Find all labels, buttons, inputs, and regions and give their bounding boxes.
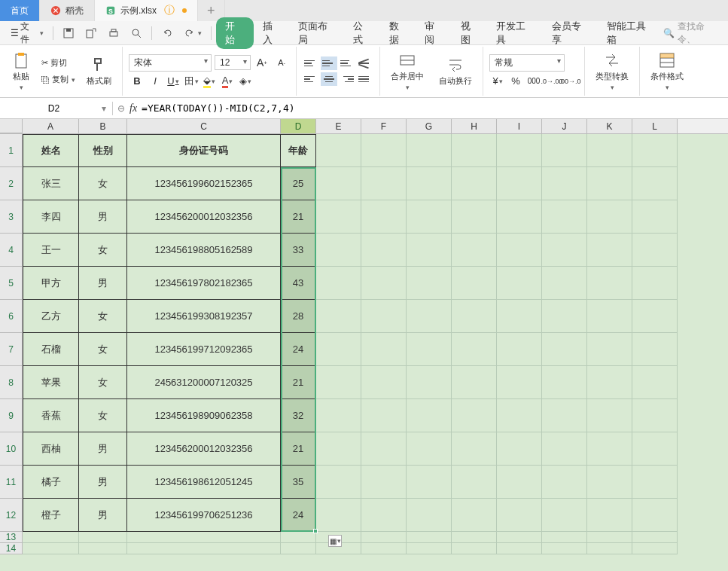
cell-L7[interactable] — [632, 333, 678, 366]
cell-I14[interactable] — [497, 543, 542, 554]
cell-J4[interactable] — [542, 234, 587, 267]
cell-B3[interactable]: 男 — [79, 200, 127, 234]
cell-A10[interactable]: 西柚 — [23, 432, 79, 466]
cell-G3[interactable] — [407, 200, 452, 234]
cell-K4[interactable] — [587, 234, 632, 267]
cell-G7[interactable] — [407, 333, 452, 366]
cell-J14[interactable] — [542, 543, 587, 554]
cell-K5[interactable] — [587, 267, 632, 300]
cell-H6[interactable] — [452, 300, 497, 333]
cell-C9[interactable]: 123456198909062358 — [127, 399, 281, 432]
decrease-font-button[interactable]: A- — [273, 55, 290, 70]
cell-H4[interactable] — [452, 234, 497, 267]
col-header-L[interactable]: L — [632, 119, 678, 133]
cell-E4[interactable] — [316, 234, 361, 267]
cond-format-button[interactable]: 条件格式▾ — [646, 50, 688, 93]
cell-J12[interactable] — [542, 499, 587, 532]
cell-F4[interactable] — [361, 234, 407, 267]
comma-button[interactable]: 000 — [525, 74, 542, 89]
cell-D9[interactable]: 32 — [281, 399, 316, 432]
cell-G10[interactable] — [407, 432, 452, 466]
cell-D13[interactable] — [281, 532, 316, 543]
cell-A12[interactable]: 橙子 — [23, 499, 79, 532]
cell-I10[interactable] — [497, 432, 542, 466]
number-format-select[interactable]: 常规 — [489, 54, 565, 72]
menu-devtools[interactable]: 开发工具 — [489, 17, 542, 50]
align-right-button[interactable] — [339, 72, 355, 86]
cell-D7[interactable]: 24 — [281, 333, 316, 366]
cell-F3[interactable] — [361, 200, 407, 234]
col-header-A[interactable]: A — [23, 119, 79, 133]
qat-print[interactable] — [103, 24, 124, 42]
cell-I2[interactable] — [497, 167, 542, 200]
qat-undo[interactable] — [157, 24, 178, 42]
fill-color-button[interactable]: ⬙▾ — [201, 74, 218, 89]
row-header-12[interactable]: 12 — [0, 499, 23, 532]
cell-E6[interactable] — [316, 300, 361, 333]
row-header-14[interactable]: 14 — [0, 543, 23, 554]
cell-D12[interactable]: 24 — [281, 499, 316, 532]
row-header-7[interactable]: 7 — [0, 333, 23, 366]
tab-file[interactable]: S 示例.xlsx ⓘ — [95, 0, 198, 21]
cell-K9[interactable] — [587, 399, 632, 432]
cell-L12[interactable] — [632, 499, 678, 532]
underline-button[interactable]: U▾ — [165, 74, 181, 89]
cell-H8[interactable] — [452, 366, 497, 399]
row-header-1[interactable]: 1 — [0, 134, 23, 167]
col-header-J[interactable]: J — [542, 119, 587, 133]
row-header-5[interactable]: 5 — [0, 267, 23, 300]
cell-K1[interactable] — [587, 134, 632, 167]
type-convert-button[interactable]: 类型转换▾ — [591, 50, 633, 93]
row-header-8[interactable]: 8 — [0, 366, 23, 399]
align-top-button[interactable] — [303, 56, 319, 70]
border-button[interactable]: 田▾ — [183, 74, 200, 89]
row-header-9[interactable]: 9 — [0, 399, 23, 432]
menu-member[interactable]: 会员专享 — [544, 17, 598, 50]
name-box-input[interactable] — [6, 103, 102, 114]
cell-C5[interactable]: 123456197802182365 — [127, 267, 281, 300]
cell-K11[interactable] — [587, 466, 632, 499]
italic-button[interactable]: I — [147, 74, 163, 89]
cell-D2[interactable]: 25 — [281, 167, 316, 200]
cell-J11[interactable] — [542, 466, 587, 499]
cell-F10[interactable] — [361, 432, 407, 466]
cell-K8[interactable] — [587, 366, 632, 399]
cell-J9[interactable] — [542, 399, 587, 432]
cell-B5[interactable]: 男 — [79, 267, 127, 300]
cell-C13[interactable] — [127, 532, 281, 543]
col-header-I[interactable]: I — [497, 119, 542, 133]
cell-A11[interactable]: 橘子 — [23, 466, 79, 499]
cell-B14[interactable] — [79, 543, 127, 554]
fx-icon[interactable]: fx — [129, 102, 137, 115]
cell-C11[interactable]: 123456198612051245 — [127, 466, 281, 499]
menu-review[interactable]: 审阅 — [417, 17, 452, 50]
cell-E3[interactable] — [316, 200, 361, 234]
cell-A2[interactable]: 张三 — [23, 167, 79, 200]
cell-E12[interactable] — [316, 499, 361, 532]
align-center-button[interactable] — [321, 72, 337, 86]
cell-H14[interactable] — [452, 543, 497, 554]
cell-L4[interactable] — [632, 234, 678, 267]
cell-H1[interactable] — [452, 134, 497, 167]
cell-K10[interactable] — [587, 432, 632, 466]
row-header-2[interactable]: 2 — [0, 167, 23, 200]
row-header-6[interactable]: 6 — [0, 300, 23, 333]
cell-A8[interactable]: 苹果 — [23, 366, 79, 399]
cell-I3[interactable] — [497, 200, 542, 234]
formula-input[interactable] — [142, 102, 723, 114]
cell-H5[interactable] — [452, 267, 497, 300]
cell-A13[interactable] — [23, 532, 79, 543]
cell-E8[interactable] — [316, 366, 361, 399]
cell-L6[interactable] — [632, 300, 678, 333]
menu-insert[interactable]: 插入 — [255, 17, 290, 50]
increase-font-button[interactable]: A+ — [254, 55, 270, 70]
cell-G2[interactable] — [407, 167, 452, 200]
currency-button[interactable]: ¥▾ — [489, 74, 506, 89]
row-header-3[interactable]: 3 — [0, 200, 23, 234]
row-header-10[interactable]: 10 — [0, 432, 23, 466]
cell-K14[interactable] — [587, 543, 632, 554]
format-painter-button[interactable]: 格式刷 — [82, 54, 116, 88]
cell-L3[interactable] — [632, 200, 678, 234]
col-header-H[interactable]: H — [452, 119, 497, 133]
wrap-button[interactable]: 自动换行 — [434, 50, 477, 93]
